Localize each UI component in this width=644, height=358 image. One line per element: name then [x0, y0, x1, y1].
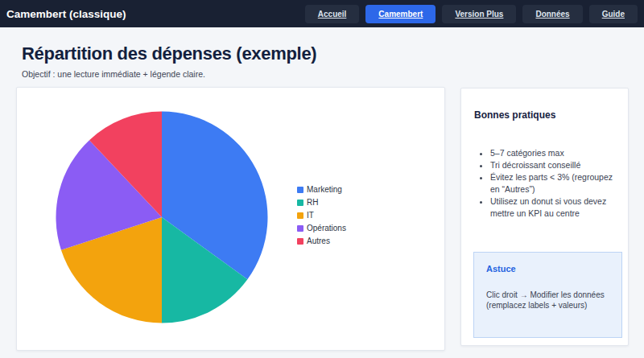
best-practices-list: 5–7 catégories maxTri décroissant consei… — [474, 147, 615, 220]
legend-item-marketing[interactable]: Marketing — [297, 185, 346, 194]
legend-marker — [297, 238, 303, 245]
best-practice-item: Évitez les parts < 3% (regroupez en “Aut… — [490, 171, 615, 195]
best-practice-item: Tri décroissant conseillé — [490, 159, 615, 171]
legend-marker — [297, 187, 303, 193]
tab-accueil[interactable]: Accueil — [305, 5, 360, 23]
best-practice-item: 5–7 catégories max — [490, 147, 615, 159]
legend-label: IT — [307, 211, 314, 220]
legend-label: Marketing — [307, 185, 342, 194]
legend-item-autres[interactable]: Autres — [297, 237, 346, 245]
legend-marker — [297, 200, 303, 206]
chart-card: MarketingRHITOpérationsAutres — [16, 87, 445, 351]
app-header: Camembert (classique) AccueilCamembertVe… — [0, 0, 644, 27]
tab-camembert[interactable]: Camembert — [365, 5, 436, 23]
legend-marker — [297, 225, 303, 232]
page-title: Répartition des dépenses (exemple) — [22, 43, 644, 64]
legend-item-rh[interactable]: RH — [297, 198, 346, 207]
tip-title: Astuce — [486, 264, 609, 274]
best-practice-item: Utilisez un donut si vous devez mettre u… — [490, 195, 615, 220]
legend-item-operations[interactable]: Opérations — [297, 224, 346, 232]
tip-text: Clic droit → Modifier les données (rempl… — [486, 290, 609, 311]
main-nav: AccueilCamembertVersion PlusDonnéesGuide — [305, 5, 638, 23]
chart-legend: MarketingRHITOpérationsAutres — [297, 185, 346, 245]
tab-guide[interactable]: Guide — [589, 5, 638, 23]
legend-label: Opérations — [307, 224, 346, 232]
pie-chart[interactable] — [17, 88, 444, 350]
tab-version-plus[interactable]: Version Plus — [442, 5, 516, 23]
best-practices-title: Bonnes pratiques — [474, 109, 615, 121]
best-practices-card: Bonnes pratiques 5–7 catégories maxTri d… — [460, 88, 629, 346]
legend-label: RH — [307, 198, 318, 207]
legend-label: Autres — [307, 237, 330, 245]
tip-box: Astuce Clic droit → Modifier les données… — [473, 252, 622, 338]
legend-marker — [297, 212, 303, 219]
tab-donnees[interactable]: Données — [522, 5, 582, 23]
app-title: Camembert (classique) — [6, 8, 126, 20]
main-content: Répartition des dépenses (exemple) Objec… — [0, 43, 644, 79]
page-subtitle: Objectif : une lecture immédiate + légen… — [22, 69, 644, 79]
legend-item-it[interactable]: IT — [297, 211, 346, 220]
